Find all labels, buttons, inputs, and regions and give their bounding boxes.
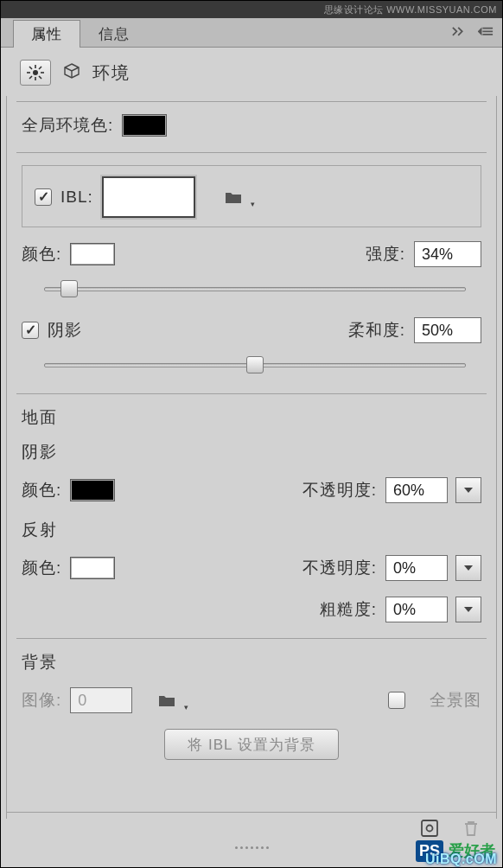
bg-image-folder-button[interactable]: [156, 692, 177, 709]
shadow-checkbox[interactable]: [22, 322, 39, 339]
ground-title: 地面: [22, 406, 481, 429]
ground-reflect-opacity-field[interactable]: 0%: [385, 555, 448, 581]
set-ibl-as-bg-button[interactable]: 将 IBL 设置为背景: [164, 729, 338, 760]
ground-reflect-title: 反射: [22, 519, 481, 541]
scene-icon: [63, 63, 80, 82]
svg-point-10: [427, 825, 433, 831]
global-ambient-swatch[interactable]: [122, 114, 167, 137]
ibl-load-folder-button[interactable]: [223, 188, 244, 206]
panel-footer: [7, 812, 496, 843]
roughness-label: 粗糙度:: [320, 598, 377, 621]
ibl-color-label: 颜色:: [22, 243, 61, 265]
right-rule: [496, 96, 497, 819]
divider: [16, 638, 487, 639]
tab-properties[interactable]: 属性: [13, 20, 80, 48]
resize-grabber[interactable]: [230, 846, 273, 852]
panel-menu-icon[interactable]: [478, 25, 493, 37]
ibl-checkbox[interactable]: [35, 188, 52, 206]
slider-thumb[interactable]: [246, 356, 264, 373]
background-title: 背景: [22, 651, 481, 673]
svg-line-6: [39, 76, 41, 79]
trash-icon: [462, 819, 481, 838]
slider-thumb[interactable]: [60, 280, 78, 297]
left-rule: [6, 96, 7, 819]
ground-shadow-opacity-dropdown[interactable]: [455, 477, 481, 503]
tab-bar: 属性 信息: [1, 18, 502, 48]
divider: [16, 101, 487, 102]
ground-reflect-color-label: 颜色:: [22, 557, 61, 579]
ground-shadow-color-label: 颜色:: [22, 479, 61, 501]
roughness-dropdown[interactable]: [455, 597, 481, 622]
ground-reflect-opacity-label: 不透明度:: [302, 557, 377, 579]
panorama-checkbox[interactable]: [388, 692, 405, 709]
properties-panel: 思缘设计论坛 WWW.MISSYUAN.COM 属性 信息 环境: [0, 0, 503, 868]
softness-slider[interactable]: [44, 355, 466, 376]
shadow-label: 阴影: [48, 319, 82, 341]
light-tool-button[interactable]: [20, 60, 51, 86]
divider: [16, 393, 487, 394]
panel-header: 环境: [1, 48, 502, 101]
softness-label: 柔和度:: [348, 319, 405, 341]
ground-shadow-title: 阴影: [22, 441, 481, 463]
svg-rect-9: [422, 820, 437, 836]
top-watermark: 思缘设计论坛 WWW.MISSYUAN.COM: [1, 1, 502, 18]
ground-shadow-color-swatch[interactable]: [70, 479, 115, 501]
divider: [16, 152, 487, 153]
roughness-field[interactable]: 0%: [385, 597, 448, 622]
softness-field[interactable]: 50%: [414, 317, 481, 343]
ibl-frame: IBL: ▾: [22, 165, 481, 227]
watermark-url: UiBQ.cOM: [425, 852, 497, 867]
bg-image-label: 图像:: [22, 689, 61, 712]
bg-image-field: 0: [70, 687, 132, 713]
svg-line-5: [29, 67, 32, 69]
ibl-image-swatch[interactable]: [102, 176, 195, 218]
render-settings-icon[interactable]: [420, 819, 439, 838]
svg-line-7: [29, 76, 32, 79]
ibl-color-swatch[interactable]: [70, 243, 115, 265]
ground-reflect-opacity-dropdown[interactable]: [455, 555, 481, 581]
svg-line-8: [39, 67, 41, 69]
dropdown-triangle-icon: ▾: [184, 703, 188, 712]
tab-info[interactable]: 信息: [80, 20, 148, 48]
intensity-label: 强度:: [366, 243, 405, 265]
intensity-slider[interactable]: [44, 279, 466, 300]
global-ambient-label: 全局环境色:: [22, 114, 113, 137]
ground-shadow-opacity-label: 不透明度:: [302, 479, 377, 501]
dropdown-triangle-icon: ▾: [251, 200, 255, 208]
intensity-field[interactable]: 34%: [414, 241, 481, 267]
ibl-label: IBL:: [60, 188, 93, 207]
panorama-label: 全景图: [430, 689, 481, 712]
collapse-icon[interactable]: [452, 25, 468, 37]
ground-reflect-color-swatch[interactable]: [70, 557, 115, 579]
svg-point-0: [33, 70, 38, 75]
ground-shadow-opacity-field[interactable]: 60%: [385, 477, 448, 503]
panel-title: 环境: [92, 61, 131, 85]
global-ambient-row: 全局环境色:: [22, 114, 481, 137]
